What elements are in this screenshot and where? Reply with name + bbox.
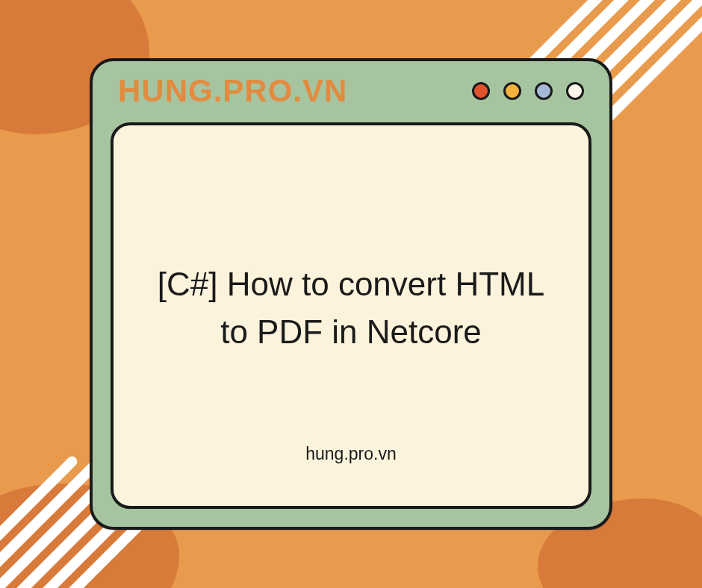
window-dot-red-icon [472,82,490,100]
window-titlebar: HUNG.PRO.VN [93,61,609,121]
window-title: HUNG.PRO.VN [118,73,347,109]
footer-domain: hung.pro.vn [305,444,396,464]
window-dot-blue-icon [535,82,553,100]
window-dot-yellow-icon [503,82,521,100]
browser-window: HUNG.PRO.VN [C#] How to convert HTML to … [90,58,612,530]
content-panel: [C#] How to convert HTML to PDF in Netco… [111,122,591,509]
window-dot-white-icon [566,82,584,100]
window-dots [472,82,584,100]
article-headline: [C#] How to convert HTML to PDF in Netco… [143,260,559,356]
